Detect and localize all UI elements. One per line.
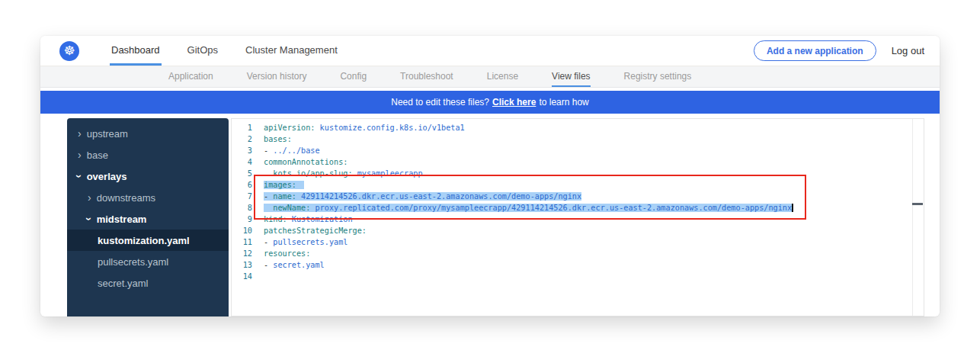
chevron-down-icon: › (85, 217, 93, 221)
tree-item-label: kustomization.yaml (98, 235, 190, 246)
code-line-10[interactable]: 10patchesStrategicMerge: (232, 225, 924, 236)
code-line-14[interactable]: 14 (232, 271, 924, 282)
yaml-token: 429114214526.dkr.ecr.us-east-2.amazonaws… (301, 192, 581, 201)
code-text: bases: (264, 135, 292, 143)
yaml-token (264, 169, 273, 178)
code-text: - secret.yaml (264, 261, 325, 269)
tree-item-upstream[interactable]: ›upstream (67, 123, 229, 144)
code-text: kind: Kustomization (264, 215, 353, 223)
code-text: - name: 429114214526.dkr.ecr.us-east-2.a… (264, 192, 581, 201)
yaml-token: - (264, 238, 273, 246)
banner-text-before: Need to edit these files? (391, 97, 489, 108)
yaml-token: bases: (264, 135, 292, 143)
code-line-1[interactable]: 1apiVersion: kustomize.config.k8s.io/v1b… (232, 122, 924, 133)
code-line-13[interactable]: 13- secret.yaml (232, 259, 924, 271)
tree-item-label: midstream (97, 214, 147, 225)
cursor-position-marker (912, 203, 923, 205)
code-line-9[interactable]: 9kind: Kustomization (232, 214, 924, 225)
yaml-token: mysampleecrapp (357, 169, 423, 178)
line-number: 1 (232, 122, 252, 133)
subnav-tab-application[interactable]: Application (168, 66, 213, 87)
yaml-token: kind: (264, 215, 287, 223)
line-number: 12 (232, 248, 252, 259)
line-number: 10 (232, 225, 252, 236)
code-line-12[interactable]: 12resources: (232, 248, 924, 259)
line-number: 11 (232, 236, 252, 248)
yaml-token: ../../base (273, 146, 319, 155)
chevron-down-icon: › (75, 175, 83, 178)
code-text: kots.io/app-slug: mysampleecrapp (264, 169, 423, 178)
selection-highlight: images: (264, 181, 304, 189)
topnav-tab-cluster-management[interactable]: Cluster Management (244, 36, 339, 66)
yaml-token: name: (273, 192, 296, 201)
yaml-token: proxy.replicated.com/proxy/mysampleecrap… (315, 204, 793, 212)
yaml-token: newName: (273, 204, 310, 212)
selection-highlight: - name: 429114214526.dkr.ecr.us-east-2.a… (264, 192, 581, 201)
logout-link[interactable]: Log out (892, 45, 924, 56)
app-subnav: ApplicationVersion historyConfigTroubles… (40, 66, 940, 88)
yaml-token: - (264, 192, 273, 201)
text-cursor (792, 204, 793, 212)
tree-item-overlays[interactable]: ›overlays (67, 165, 229, 187)
tree-item-label: secret.yaml (98, 278, 148, 289)
code-line-11[interactable]: 11- pullsecrets.yaml (232, 236, 924, 248)
yaml-token: commonAnnotations: (264, 158, 347, 166)
code-line-5[interactable]: 5 kots.io/app-slug: mysampleecrapp (232, 168, 924, 179)
line-number: 6 (232, 179, 252, 191)
yaml-code-editor[interactable]: 1apiVersion: kustomize.config.k8s.io/v1b… (231, 118, 924, 316)
topnav-actions: Add a new application Log out (754, 36, 924, 66)
tree-item-kustomization-yaml[interactable]: kustomization.yaml (67, 230, 229, 251)
tree-item-secret-yaml[interactable]: secret.yaml (67, 272, 229, 294)
yaml-token (264, 204, 273, 212)
scrollbar-track[interactable] (912, 119, 913, 316)
topnav-tab-dashboard[interactable]: Dashboard (110, 36, 162, 66)
file-tree-sidebar: ›upstream›base›overlays›downstreams›mids… (67, 118, 229, 316)
subnav-tab-config[interactable]: Config (340, 66, 367, 87)
add-new-application-button[interactable]: Add a new application (754, 40, 876, 61)
view-files-content: ›upstream›base›overlays›downstreams›mids… (67, 118, 924, 316)
yaml-token: patchesStrategicMerge: (264, 226, 367, 235)
selection-highlight: newName: proxy.replicated.com/proxy/mysa… (264, 204, 793, 212)
yaml-token: kots.io/app-slug: (273, 169, 352, 178)
subnav-tab-license[interactable]: License (487, 66, 518, 87)
tree-item-pullsecrets-yaml[interactable]: pullsecrets.yaml (67, 251, 229, 272)
yaml-token: apiVersion: (264, 124, 315, 132)
yaml-token: Kustomization (292, 215, 353, 223)
topnav-tab-gitops[interactable]: GitOps (186, 36, 219, 66)
line-number: 5 (232, 168, 252, 179)
banner-click-here-link[interactable]: Click here (492, 97, 536, 108)
yaml-token: - (264, 146, 273, 155)
code-line-7[interactable]: 7- name: 429114214526.dkr.ecr.us-east-2.… (232, 191, 924, 202)
line-number: 13 (232, 259, 252, 271)
code-line-3[interactable]: 3- ../../base (232, 145, 924, 156)
code-line-2[interactable]: 2bases: (232, 133, 924, 145)
code-line-6[interactable]: 6images: (232, 179, 924, 191)
subnav-tab-registry-settings[interactable]: Registry settings (624, 66, 692, 87)
code-text: images: (264, 181, 304, 189)
subnav-tab-troubleshoot[interactable]: Troubleshoot (400, 66, 453, 87)
code-text: newName: proxy.replicated.com/proxy/mysa… (264, 204, 793, 212)
banner-text-after: to learn how (539, 97, 588, 108)
tree-item-label: base (87, 149, 108, 161)
code-text: patchesStrategicMerge: (264, 226, 367, 235)
chevron-right-icon: › (78, 151, 82, 159)
code-text: - pullsecrets.yaml (264, 238, 347, 246)
code-line-8[interactable]: 8 newName: proxy.replicated.com/proxy/my… (232, 202, 924, 214)
chevron-right-icon: › (78, 130, 82, 137)
subnav-tab-version-history[interactable]: Version history (247, 66, 307, 87)
tree-item-base[interactable]: ›base (67, 144, 229, 165)
tree-item-label: overlays (87, 171, 127, 182)
subnav-tab-view-files[interactable]: View files (552, 66, 590, 87)
tree-item-downstreams[interactable]: ›downstreams (67, 187, 229, 208)
chevron-right-icon: › (88, 194, 91, 201)
line-number: 4 (232, 156, 252, 168)
line-number: 7 (232, 191, 252, 202)
yaml-token: - (264, 261, 273, 269)
tree-item-midstream[interactable]: ›midstream (67, 208, 229, 230)
code-text: resources: (264, 249, 310, 258)
yaml-token: pullsecrets.yaml (273, 238, 347, 246)
line-number: 14 (232, 271, 252, 282)
edit-files-banner: Need to edit these files? Click here to … (40, 91, 940, 114)
yaml-token: resources: (264, 249, 310, 258)
code-line-4[interactable]: 4commonAnnotations: (232, 156, 924, 168)
